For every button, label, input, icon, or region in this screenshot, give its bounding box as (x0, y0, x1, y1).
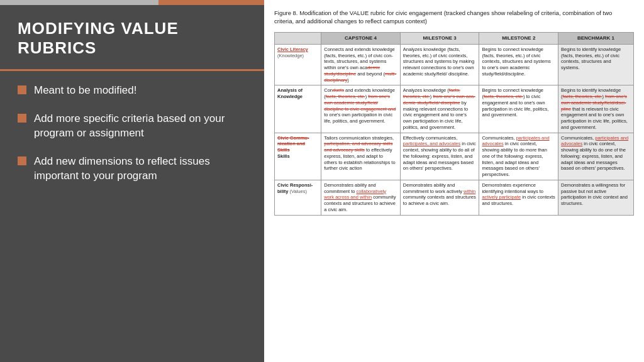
milestone2-cell: Demonstrates ex­perience identifying int… (479, 180, 558, 215)
criteria-label: Civic Literacy (277, 47, 308, 52)
figure-caption: Figure 8. Modification of the VALUE rubr… (274, 9, 626, 26)
table-row: Civic Literacy (Knowledge) Connects and … (275, 44, 634, 85)
milestone2-cell: Begins to connect knowledge (facts, theo… (479, 85, 558, 133)
top-bar-decoration (0, 0, 264, 5)
bullet-list: Meant to be modified! Add more specific … (0, 84, 264, 197)
capstone-cell: Conducts and ex­tends knowledge (facts, … (321, 85, 401, 133)
list-item: Meant to be modified! (18, 84, 247, 98)
table-row: Analysis of Knowledge Conducts and ex­te… (275, 85, 634, 133)
list-item: Add new dimensions to reflect issues imp… (18, 155, 247, 184)
rubric-table: CAPSTONE 4 MILESTONE 3 MILESTONE 2 BENCH… (274, 32, 634, 216)
benchmark-cell: Communicates, participates and advo­cate… (558, 133, 634, 180)
capstone-cell: Tailors communi­cation strategies, parti… (321, 133, 401, 180)
bullet-icon (18, 114, 26, 123)
left-panel: MODIFYING VALUE RUBRICS Meant to be modi… (0, 0, 264, 362)
bullet-text: Meant to be modified! (34, 84, 136, 98)
header-milestone2: MILESTONE 2 (479, 32, 558, 44)
benchmark-cell: Begins to identify knowledge (facts, the… (558, 85, 634, 133)
criteria-cell: Civic Responsi­bility (Values) (275, 180, 321, 215)
criteria-sublabel: (Knowledge) (277, 53, 304, 58)
slide-title: MODIFYING VALUE RUBRICS (18, 19, 247, 58)
criteria-cell: Civic Literacy (Knowledge) (275, 44, 321, 85)
right-panel: Figure 8. Modification of the VALUE rubr… (264, 0, 644, 362)
milestone3-cell: Effectively commu­nicates, participates,… (400, 133, 479, 180)
criteria-sublabel: Skills (277, 153, 290, 159)
bullet-text: Add new dimensions to reflect issues imp… (34, 155, 247, 184)
benchmark-cell: Demonstrates a willingness for pas­sive … (558, 180, 634, 215)
list-item: Add more specific criteria based on your… (18, 112, 247, 141)
milestone2-cell: Begins to connect knowledge (facts, theo… (479, 44, 558, 85)
milestone3-cell: Demonstrates ability and commitment to w… (400, 180, 479, 215)
bullet-text: Add more specific criteria based on your… (34, 112, 247, 141)
header-capstone: CAPSTONE 4 (321, 32, 401, 44)
header-criteria (275, 32, 321, 44)
table-row: Civic Commu­nication and Skills Skills T… (275, 133, 634, 180)
milestone2-cell: Communicates, participates and advo­cate… (479, 133, 558, 180)
bullet-icon (18, 85, 26, 94)
criteria-cell: Civic Commu­nication and Skills Skills (275, 133, 321, 180)
title-area: MODIFYING VALUE RUBRICS (0, 5, 264, 71)
milestone3-cell: Analyzes knowledge (facts, theories, etc… (400, 44, 479, 85)
capstone-cell: Demonstrates ability and commitment to c… (321, 180, 401, 215)
capstone-cell: Connects and ex­tends knowledge (facts, … (321, 44, 401, 85)
criteria-cell: Analysis of Knowledge (275, 85, 321, 133)
header-milestone3: MILESTONE 3 (400, 32, 479, 44)
milestone3-cell: Analyzes knowledge (facts, theories, etc… (400, 85, 479, 133)
table-row: Civic Responsi­bility (Values) Demonstra… (275, 180, 634, 215)
header-benchmark: BENCHMARK 1 (558, 32, 634, 44)
bullet-icon (18, 156, 26, 165)
benchmark-cell: Begins to identify knowledge (facts, the… (558, 44, 634, 85)
